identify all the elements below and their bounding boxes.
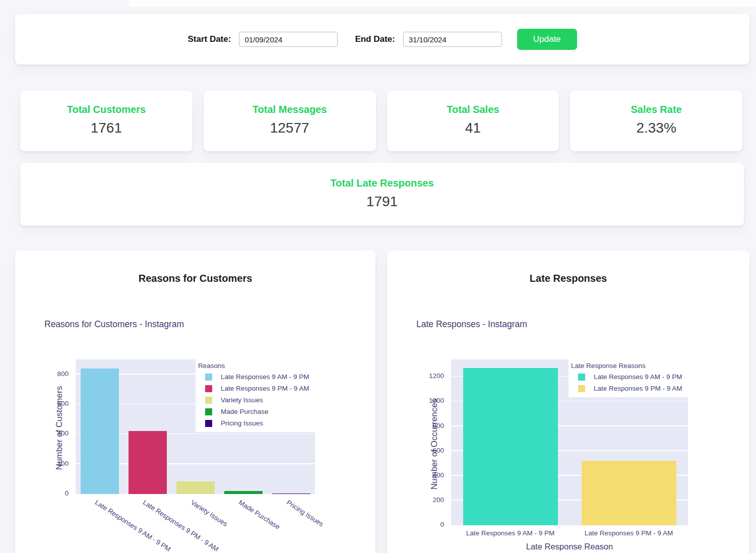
legend-item[interactable]: Variety Issues xyxy=(198,394,309,406)
stat-value: 12577 xyxy=(204,120,376,136)
bar[interactable] xyxy=(129,431,167,494)
y-tick-label: 1200 xyxy=(419,372,444,380)
legend-item[interactable]: Late Responses 9 AM - 9 PM xyxy=(571,371,682,383)
stat-title: Total Late Responses xyxy=(20,177,744,189)
legend-item[interactable]: Late Responses 9 AM - 9 PM xyxy=(198,371,309,383)
end-date-input[interactable] xyxy=(403,32,502,47)
x-axis-title: Late Response Reason xyxy=(451,542,688,551)
legend-swatch xyxy=(205,385,212,392)
start-date-input[interactable] xyxy=(239,32,338,47)
stat-value: 41 xyxy=(387,120,559,136)
stat-value: 1761 xyxy=(20,120,193,136)
legend-item-label: Variety Issues xyxy=(221,396,263,404)
x-tick-label: Late Responses 9 AM - 9 PM xyxy=(451,529,570,537)
bar[interactable] xyxy=(81,368,119,494)
stat-title: Total Messages xyxy=(204,104,376,115)
y-tick-label: 400 xyxy=(43,429,69,437)
legend-title: Late Response Reasons xyxy=(571,360,682,371)
legend-swatch xyxy=(205,420,212,427)
legend-item[interactable]: Late Responses 9 PM - 9 AM xyxy=(198,383,309,394)
y-tick-label: 200 xyxy=(43,460,69,467)
chart-title: Late Responses - Instagram xyxy=(416,319,527,330)
y-tick-label: 200 xyxy=(419,496,444,504)
legend-item-label: Pricing Issues xyxy=(221,419,263,427)
legend-swatch xyxy=(205,374,212,381)
panel-late-responses: Late Responses Late Responses - Instagra… xyxy=(387,251,749,553)
legend-item-label: Made Purchase xyxy=(221,408,269,415)
legend-item-label: Late Responses 9 AM - 9 PM xyxy=(221,373,309,381)
legend-item[interactable]: Made Purchase xyxy=(198,406,309,417)
stat-card-total-sales: Total Sales 41 xyxy=(387,91,559,151)
bar-chart-late-responses: 020040060080010001200Late Responses 9 AM… xyxy=(451,359,688,525)
x-tick-label: Variety Issues xyxy=(189,499,229,528)
update-button[interactable]: Update xyxy=(517,29,577,50)
y-axis-title: Number of Customers xyxy=(54,386,65,470)
legend-item-label: Late Responses 9 PM - 9 AM xyxy=(221,385,309,392)
y-tick-label: 1000 xyxy=(419,397,444,404)
panel-title: Reasons for Customers xyxy=(15,273,375,284)
bar[interactable] xyxy=(463,368,558,525)
y-tick-label: 800 xyxy=(419,422,444,429)
bar[interactable] xyxy=(224,491,263,494)
legend-item-label: Late Responses 9 AM - 9 PM xyxy=(594,373,682,381)
y-tick-label: 0 xyxy=(419,521,444,528)
legend: Late Response ReasonsLate Responses 9 AM… xyxy=(569,359,688,397)
bar[interactable] xyxy=(582,461,676,525)
panel-reasons-for-customers: Reasons for Customers Reasons for Custom… xyxy=(15,251,375,553)
stat-value: 2.33% xyxy=(570,120,742,136)
x-tick-label: Made Purchase xyxy=(237,499,281,531)
legend-swatch xyxy=(578,374,585,381)
stat-card-total-messages: Total Messages 12577 xyxy=(204,91,376,151)
bar-chart-reasons: 0200400600800Late Responses 9 AM - 9 PML… xyxy=(76,359,315,494)
x-tick-label: Late Responses 9 AM - 9 PM xyxy=(93,499,172,553)
end-date-field: End Date: xyxy=(355,32,501,47)
stat-title: Total Customers xyxy=(20,104,193,115)
start-date-field: Start Date: xyxy=(187,32,338,47)
legend-title: Reasons xyxy=(198,360,309,371)
x-tick-label: Late Responses 9 PM - 9 AM xyxy=(141,499,220,553)
bar[interactable] xyxy=(176,481,215,494)
end-date-label: End Date: xyxy=(355,34,395,44)
y-tick-label: 600 xyxy=(43,400,69,407)
y-tick-label: 600 xyxy=(419,447,444,454)
legend-item[interactable]: Late Responses 9 PM - 9 AM xyxy=(571,383,682,394)
x-tick-label: Pricing Issues xyxy=(285,499,325,528)
panel-title: Late Responses xyxy=(387,273,749,284)
y-tick-label: 800 xyxy=(43,370,69,378)
stat-card-total-customers: Total Customers 1761 xyxy=(20,91,193,151)
legend-item-label: Late Responses 9 PM - 9 AM xyxy=(594,385,682,392)
y-tick-label: 400 xyxy=(419,471,444,479)
stat-value: 1791 xyxy=(20,194,744,210)
bar[interactable] xyxy=(272,494,310,495)
date-filter-bar: Start Date: End Date: Update xyxy=(15,14,749,65)
legend-swatch xyxy=(205,397,212,404)
y-tick-label: 0 xyxy=(43,489,69,497)
stat-title: Sales Rate xyxy=(570,104,742,115)
legend-item[interactable]: Pricing Issues xyxy=(198,417,309,429)
start-date-label: Start Date: xyxy=(187,34,231,44)
stats-row: Total Customers 1761 Total Messages 1257… xyxy=(20,91,742,151)
stat-title: Total Sales xyxy=(387,104,559,115)
stat-card-total-late-responses: Total Late Responses 1791 xyxy=(20,163,744,226)
x-tick-label: Late Responses 9 PM - 9 AM xyxy=(570,529,688,537)
legend-swatch xyxy=(205,408,212,415)
stat-card-sales-rate: Sales Rate 2.33% xyxy=(570,91,742,151)
top-strip xyxy=(129,0,756,7)
legend: ReasonsLate Responses 9 AM - 9 PMLate Re… xyxy=(196,359,316,432)
legend-swatch xyxy=(578,385,585,392)
chart-title: Reasons for Customers - Instagram xyxy=(44,319,184,330)
